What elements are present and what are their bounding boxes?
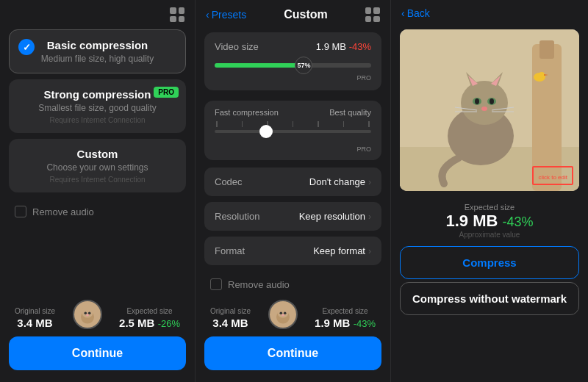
approximate-label: Approximate value: [401, 231, 578, 239]
compress-without-watermark-button[interactable]: Compress without watermark: [400, 282, 579, 315]
panel-3: ‹ Back: [391, 0, 588, 382]
panel1-header: [0, 0, 195, 26]
panel2-title: Custom: [284, 8, 328, 21]
video-size-section: Video size 1.9 MB -43% 57% PRO: [204, 32, 381, 90]
watermark-box: click to edit: [532, 166, 573, 185]
remove-audio-label-p2: Remove audio: [228, 279, 290, 290]
svg-point-5: [84, 311, 87, 314]
continue-button[interactable]: Continue: [9, 336, 186, 370]
panel3-header: ‹ Back: [391, 0, 588, 24]
remove-audio-label: Remove audio: [32, 206, 94, 217]
watermark-text: click to edit: [538, 174, 567, 181]
expected-size-value-p3: 1.9 MB -43%: [401, 212, 578, 231]
svg-point-13: [279, 311, 282, 314]
slider-track: 57%: [215, 63, 371, 68]
svg-point-21: [461, 81, 508, 125]
svg-point-14: [283, 311, 286, 314]
panel2-header: ‹ Presets Custom: [196, 0, 390, 26]
basic-compression-subtitle: Medium file size, high quality: [20, 54, 175, 64]
remove-audio-checkbox[interactable]: [15, 206, 26, 217]
svg-point-29: [490, 98, 494, 104]
remove-audio-row: Remove audio: [0, 198, 195, 225]
pro-label-video: PRO: [215, 74, 371, 82]
svg-point-2: [82, 309, 92, 318]
strong-compression-option[interactable]: PRO Strong compression Smallest file siz…: [9, 79, 186, 133]
strong-compression-subtitle: Smallest file size, good quality: [19, 103, 176, 113]
expected-size-label-p3: Expected size: [401, 203, 578, 212]
custom-compression-title: Custom: [19, 148, 176, 160]
cat-photo: click to edit: [400, 29, 579, 191]
size-row-p2: Original size 3.4 MB Expected size: [204, 300, 381, 336]
original-size-col-p2: Original size 3.4 MB: [210, 307, 251, 329]
video-size-value: 1.9 MB -43%: [316, 41, 371, 52]
custom-requires-label: Requires Internet Connection: [19, 176, 176, 184]
expected-size-col: Expected size 2.5 MB -26%: [119, 307, 180, 329]
size-row: Original size 3.4 MB Expected size: [9, 300, 186, 336]
slider-thumb-label: 57%: [297, 62, 310, 69]
fast-compression-label: Fast compression: [215, 108, 279, 117]
original-size-value-p2: 3.4 MB: [212, 317, 248, 329]
codec-label: Codec: [215, 176, 243, 187]
resolution-value: Keep resolution ›: [299, 211, 371, 222]
svg-point-7: [86, 314, 89, 317]
slider-fill: [215, 63, 304, 68]
svg-point-36: [539, 72, 545, 78]
expected-size-label-p2: Expected size: [322, 307, 368, 315]
expected-size-col-p2: Expected size 1.9 MB -43%: [315, 307, 376, 329]
resolution-label: Resolution: [215, 211, 259, 222]
avatar-p2: [268, 300, 298, 329]
strong-requires-label: Requires Internet Connection: [19, 116, 176, 124]
back-button-p3[interactable]: ‹ Back: [401, 7, 430, 19]
svg-rect-19: [539, 40, 554, 59]
format-row[interactable]: Format Keep format ›: [204, 237, 381, 265]
quality-slider-container[interactable]: [215, 130, 371, 143]
basic-compression-option[interactable]: Basic compression Medium file size, high…: [9, 29, 186, 73]
format-value: Keep format ›: [313, 245, 371, 256]
grid-icon-panel2[interactable]: [365, 7, 380, 22]
panel-2: ‹ Presets Custom Video size 1.9 MB -43% …: [196, 0, 391, 382]
resolution-row[interactable]: Resolution Keep resolution ›: [204, 202, 381, 231]
pro-badge: PRO: [154, 87, 179, 98]
quality-section: Fast compression Best quality PRO: [204, 101, 381, 160]
format-label: Format: [215, 245, 245, 256]
compress-button[interactable]: Compress: [400, 246, 579, 279]
original-size-value: 3.4 MB: [17, 317, 52, 329]
expected-size-section: Expected size 1.9 MB -43% Approximate va…: [391, 197, 588, 242]
svg-point-6: [87, 311, 90, 314]
tick-marks: [215, 121, 371, 127]
codec-row[interactable]: Codec Don't change ›: [204, 167, 381, 196]
original-size-col: Original size 3.4 MB: [15, 307, 55, 329]
video-size-row: Video size 1.9 MB -43%: [215, 41, 371, 52]
basic-compression-title: Basic compression: [20, 39, 175, 51]
strong-compression-title: Strong compression: [19, 88, 176, 101]
expected-size-label: Expected size: [126, 307, 172, 315]
grid-icon[interactable]: [170, 7, 184, 22]
video-size-label: Video size: [215, 41, 259, 52]
remove-audio-checkbox-p2[interactable]: [210, 278, 222, 290]
avatar: [73, 300, 102, 329]
svg-point-28: [475, 98, 479, 104]
quality-thumb[interactable]: [259, 125, 273, 138]
slider-thumb[interactable]: 57%: [295, 57, 312, 74]
custom-compression-subtitle: Choose your own settings: [19, 162, 176, 173]
codec-value: Don't change ›: [309, 176, 371, 187]
quality-labels: Fast compression Best quality: [215, 108, 371, 117]
svg-point-30: [481, 107, 487, 111]
svg-point-10: [277, 309, 287, 318]
presets-back-button[interactable]: ‹ Presets: [206, 9, 246, 21]
quality-slider-track: [215, 130, 371, 133]
continue-button-p2[interactable]: Continue: [204, 336, 381, 370]
selected-check: [18, 39, 35, 55]
best-quality-label: Best quality: [329, 108, 371, 117]
custom-compression-option[interactable]: Custom Choose your own settings Requires…: [9, 139, 186, 192]
expected-size-value-p2: 1.9 MB -43%: [315, 317, 376, 329]
svg-point-15: [282, 314, 284, 317]
panel-1: Basic compression Medium file size, high…: [0, 0, 196, 382]
panel2-footer: Original size 3.4 MB Expected size: [196, 300, 390, 382]
quality-pro-label: PRO: [215, 145, 371, 153]
panel1-footer: Original size 3.4 MB Expected size: [0, 300, 195, 382]
video-size-slider[interactable]: 57%: [215, 57, 371, 74]
expected-size-value: 2.5 MB -26%: [119, 317, 180, 329]
remove-audio-row-p2: Remove audio: [196, 271, 390, 298]
original-size-label-p2: Original size: [210, 307, 251, 315]
